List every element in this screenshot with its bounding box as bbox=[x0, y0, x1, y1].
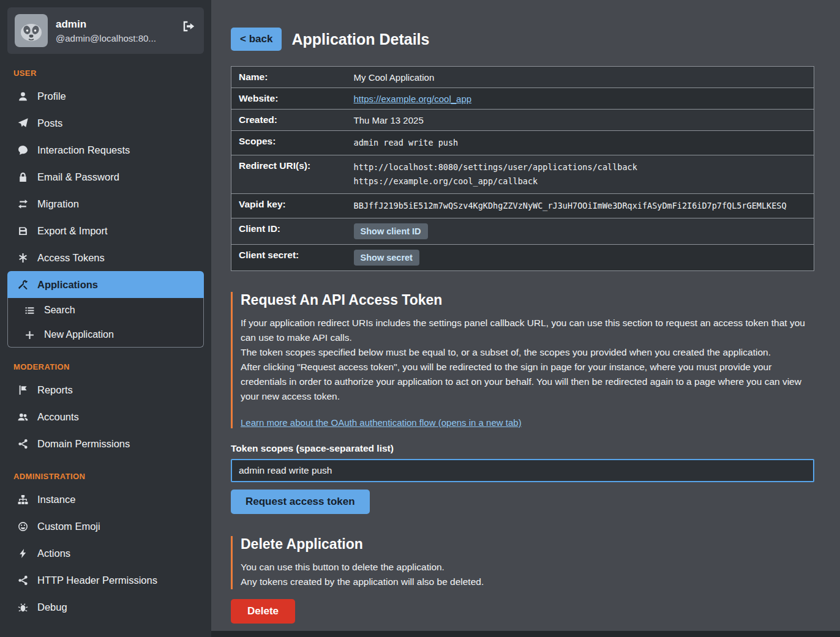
row-label: Redirect URI(s): bbox=[231, 155, 347, 194]
sidebar-item-label: Applications bbox=[37, 278, 98, 291]
delete-application-heading: Delete Application bbox=[241, 536, 814, 553]
users-icon bbox=[17, 411, 28, 422]
delete-paragraph: You can use this button to delete the ap… bbox=[241, 560, 814, 575]
sidebar-item-migration[interactable]: Migration bbox=[7, 190, 204, 217]
sidebar-item-domain-permissions[interactable]: Domain Permissions bbox=[7, 430, 204, 457]
sidebar-item-label: Debug bbox=[37, 600, 67, 614]
sidebar-item-label: Accounts bbox=[37, 410, 79, 423]
flag-icon bbox=[17, 384, 28, 395]
user-card: admin @admin@localhost:80... bbox=[7, 7, 204, 54]
sidebar-item-label: Domain Permissions bbox=[37, 437, 130, 450]
sidebar-item-label: HTTP Header Permissions bbox=[37, 573, 157, 587]
tools-icon bbox=[17, 279, 28, 290]
app-root: admin @admin@localhost:80... USER Profil… bbox=[0, 0, 840, 637]
section-label-user: USER bbox=[13, 69, 204, 78]
token-scopes-input[interactable] bbox=[231, 459, 814, 482]
sidebar: admin @admin@localhost:80... USER Profil… bbox=[0, 0, 211, 637]
table-row-name: Name: My Cool Application bbox=[231, 67, 814, 88]
sitemap-icon bbox=[17, 494, 28, 505]
row-value: My Cool Application bbox=[347, 67, 814, 88]
redirect-uri: http://localhost:8080/settings/user/appl… bbox=[354, 160, 807, 174]
sidebar-item-label: Migration bbox=[37, 197, 79, 210]
table-row-created: Created: Thu Mar 13 2025 bbox=[231, 110, 814, 131]
sidebar-item-posts[interactable]: Posts bbox=[7, 110, 204, 136]
sidebar-item-profile[interactable]: Profile bbox=[7, 83, 204, 110]
row-label: Website: bbox=[231, 88, 347, 110]
redirect-uri: https://example.org/cool_app/callback bbox=[354, 174, 807, 188]
row-label: Client secret: bbox=[231, 245, 347, 271]
request-token-paragraph: If your application redirect URIs includ… bbox=[241, 316, 814, 345]
token-scopes-label: Token scopes (space-separated list) bbox=[231, 443, 814, 454]
show-client-id-button[interactable]: Show client ID bbox=[354, 223, 428, 239]
application-details-table: Name: My Cool Application Website: https… bbox=[231, 66, 814, 271]
sidebar-item-label: Interaction Requests bbox=[37, 143, 130, 157]
sidebar-item-label: Profile bbox=[37, 89, 66, 103]
sidebar-item-instance[interactable]: Instance bbox=[7, 486, 204, 513]
delete-button[interactable]: Delete bbox=[231, 599, 295, 624]
request-token-section: Request An API Access Token If your appl… bbox=[231, 292, 814, 428]
sidebar-nav: USER Profile Posts Interaction Requests … bbox=[0, 69, 211, 620]
row-label: Created: bbox=[231, 110, 347, 131]
user-name: admin bbox=[56, 18, 156, 31]
sidebar-item-applications[interactable]: Applications bbox=[7, 271, 204, 298]
sidebar-item-debug[interactable]: Debug bbox=[7, 594, 204, 620]
bug-icon bbox=[17, 602, 28, 613]
bolt-icon bbox=[17, 548, 28, 559]
row-label: Scopes: bbox=[231, 131, 347, 155]
delete-application-section: Delete Application You can use this butt… bbox=[231, 536, 814, 589]
sidebar-item-label: Export & Import bbox=[37, 224, 108, 237]
transfer-arrows-icon bbox=[17, 198, 28, 209]
table-row-redirect-uris: Redirect URI(s): http://localhost:8080/s… bbox=[231, 155, 814, 194]
asterisk-icon bbox=[17, 252, 28, 263]
sidebar-item-applications-search[interactable]: Search bbox=[8, 298, 203, 322]
sidebar-item-actions[interactable]: Actions bbox=[7, 540, 204, 567]
sidebar-item-accounts[interactable]: Accounts bbox=[7, 403, 204, 430]
row-value: Thu Mar 13 2025 bbox=[347, 110, 814, 131]
table-row-scopes: Scopes: admin read write push bbox=[231, 131, 814, 155]
sidebar-item-label: Custom Emoji bbox=[37, 520, 100, 533]
sidebar-item-label: Actions bbox=[37, 546, 70, 560]
paper-plane-icon bbox=[17, 117, 28, 129]
sidebar-item-label: Search bbox=[44, 304, 75, 317]
sidebar-item-access-tokens[interactable]: Access Tokens bbox=[7, 244, 204, 271]
row-value: BBJffJ219b5iE512m7wQSzv4KgKDhgZZVzNyWC_r… bbox=[347, 194, 814, 218]
share-nodes-icon bbox=[17, 575, 28, 586]
request-token-heading: Request An API Access Token bbox=[241, 292, 814, 308]
row-value: http://localhost:8080/settings/user/appl… bbox=[347, 155, 814, 194]
oauth-docs-link[interactable]: Learn more about the OAuth authenticatio… bbox=[241, 417, 522, 428]
website-link[interactable]: https://example.org/cool_app bbox=[354, 94, 472, 104]
main-panel: < back Application Details Name: My Cool… bbox=[211, 0, 840, 631]
sidebar-item-http-header-permissions[interactable]: HTTP Header Permissions bbox=[7, 567, 204, 594]
list-icon bbox=[24, 305, 35, 316]
page-title: Application Details bbox=[291, 31, 429, 48]
delete-paragraph: Any tokens created by the application wi… bbox=[241, 575, 814, 589]
back-button[interactable]: < back bbox=[231, 28, 282, 51]
row-label: Vapid key: bbox=[231, 194, 347, 218]
request-token-paragraph: After clicking "Request access token", y… bbox=[241, 360, 814, 404]
comment-icon bbox=[17, 144, 28, 155]
smile-icon bbox=[17, 521, 28, 532]
sidebar-item-label: Email & Password bbox=[37, 170, 119, 184]
sidebar-item-label: Posts bbox=[37, 116, 62, 130]
sidebar-item-export-import[interactable]: Export & Import bbox=[7, 217, 204, 244]
user-handle: @admin@localhost:80... bbox=[56, 33, 156, 43]
request-token-paragraph: The token scopes specified below must be… bbox=[241, 345, 814, 360]
section-label-administration: ADMINISTRATION bbox=[13, 472, 204, 481]
table-row-website: Website: https://example.org/cool_app bbox=[231, 88, 814, 110]
sidebar-item-custom-emoji[interactable]: Custom Emoji bbox=[7, 513, 204, 540]
sidebar-item-new-application[interactable]: New Application bbox=[8, 322, 203, 347]
sidebar-item-label: Reports bbox=[37, 383, 73, 397]
row-label: Name: bbox=[231, 67, 347, 88]
lock-icon bbox=[17, 171, 28, 182]
sidebar-item-interaction-requests[interactable]: Interaction Requests bbox=[7, 136, 204, 163]
section-label-moderation: MODERATION bbox=[13, 362, 204, 371]
table-row-client-id: Client ID: Show client ID bbox=[231, 218, 814, 245]
share-nodes-icon bbox=[17, 438, 28, 449]
sidebar-item-reports[interactable]: Reports bbox=[7, 376, 204, 403]
user-icon bbox=[17, 91, 28, 102]
sidebar-item-email-password[interactable]: Email & Password bbox=[7, 163, 204, 190]
logout-icon[interactable] bbox=[182, 20, 195, 35]
show-secret-button[interactable]: Show secret bbox=[354, 250, 419, 266]
request-access-token-button[interactable]: Request access token bbox=[231, 490, 370, 514]
floppy-disk-icon bbox=[17, 225, 28, 236]
